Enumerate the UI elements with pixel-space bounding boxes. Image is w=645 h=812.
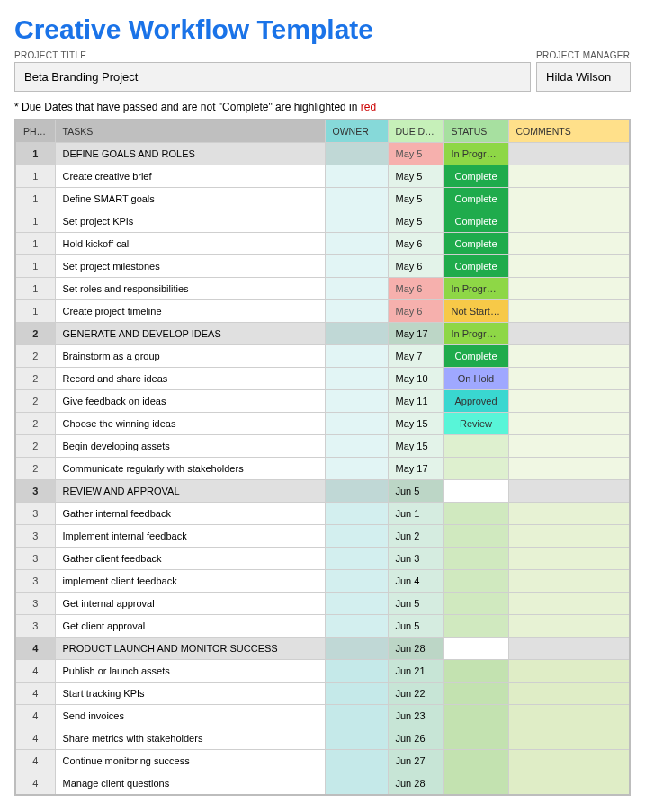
owner-cell[interactable]: [325, 143, 388, 165]
due-cell[interactable]: May 15: [388, 435, 443, 458]
owner-cell[interactable]: [325, 727, 388, 750]
owner-cell[interactable]: [325, 548, 388, 570]
comments-cell[interactable]: [508, 323, 630, 345]
owner-cell[interactable]: [325, 638, 388, 660]
task-cell[interactable]: Record and share ideas: [55, 368, 325, 390]
comments-cell[interactable]: [508, 638, 630, 660]
comments-cell[interactable]: [508, 705, 630, 727]
owner-cell[interactable]: [325, 233, 388, 255]
status-cell[interactable]: Complete: [443, 210, 508, 233]
comments-cell[interactable]: [508, 772, 630, 796]
owner-cell[interactable]: [325, 570, 388, 593]
comments-cell[interactable]: [508, 143, 630, 165]
task-cell[interactable]: Communicate regularly with stakeholders: [55, 458, 325, 480]
project-manager-field[interactable]: Hilda Wilson: [536, 62, 631, 92]
due-cell[interactable]: May 17: [388, 323, 443, 345]
comments-cell[interactable]: [508, 750, 630, 772]
owner-cell[interactable]: [325, 278, 388, 300]
due-cell[interactable]: May 5: [388, 165, 443, 188]
due-cell[interactable]: May 15: [388, 413, 443, 435]
task-cell[interactable]: GENERATE AND DEVELOP IDEAS: [55, 323, 325, 345]
comments-cell[interactable]: [508, 413, 630, 435]
status-cell[interactable]: [443, 683, 508, 705]
due-cell[interactable]: May 6: [388, 233, 443, 255]
task-cell[interactable]: Send invoices: [55, 705, 325, 727]
comments-cell[interactable]: [508, 458, 630, 480]
due-cell[interactable]: Jun 23: [388, 705, 443, 727]
owner-cell[interactable]: [325, 458, 388, 480]
comments-cell[interactable]: [508, 233, 630, 255]
due-cell[interactable]: Jun 5: [388, 615, 443, 638]
due-cell[interactable]: Jun 1: [388, 503, 443, 525]
owner-cell[interactable]: [325, 705, 388, 727]
task-cell[interactable]: Hold kickoff call: [55, 233, 325, 255]
status-cell[interactable]: Review: [443, 413, 508, 435]
task-cell[interactable]: Continue monitoring success: [55, 750, 325, 772]
owner-cell[interactable]: [325, 210, 388, 233]
due-cell[interactable]: Jun 5: [388, 480, 443, 503]
owner-cell[interactable]: [325, 435, 388, 458]
status-cell[interactable]: [443, 638, 508, 660]
task-cell[interactable]: Gather client feedback: [55, 548, 325, 570]
due-cell[interactable]: May 10: [388, 368, 443, 390]
status-cell[interactable]: [443, 458, 508, 480]
due-cell[interactable]: Jun 3: [388, 548, 443, 570]
task-cell[interactable]: PRODUCT LAUNCH AND MONITOR SUCCESS: [55, 638, 325, 660]
status-cell[interactable]: [443, 525, 508, 548]
status-cell[interactable]: [443, 750, 508, 772]
status-cell[interactable]: [443, 772, 508, 796]
owner-cell[interactable]: [325, 368, 388, 390]
status-cell[interactable]: [443, 705, 508, 727]
status-cell[interactable]: Complete: [443, 165, 508, 188]
due-cell[interactable]: Jun 5: [388, 593, 443, 615]
owner-cell[interactable]: [325, 772, 388, 796]
owner-cell[interactable]: [325, 345, 388, 368]
comments-cell[interactable]: [508, 435, 630, 458]
owner-cell[interactable]: [325, 480, 388, 503]
status-cell[interactable]: [443, 615, 508, 638]
owner-cell[interactable]: [325, 300, 388, 323]
status-cell[interactable]: In Progress: [443, 323, 508, 345]
due-cell[interactable]: May 7: [388, 345, 443, 368]
due-cell[interactable]: May 11: [388, 390, 443, 413]
task-cell[interactable]: Start tracking KPIs: [55, 683, 325, 705]
task-cell[interactable]: Get client approval: [55, 615, 325, 638]
owner-cell[interactable]: [325, 615, 388, 638]
task-cell[interactable]: Publish or launch assets: [55, 660, 325, 683]
status-cell[interactable]: On Hold: [443, 368, 508, 390]
due-cell[interactable]: Jun 27: [388, 750, 443, 772]
due-cell[interactable]: May 6: [388, 278, 443, 300]
status-cell[interactable]: In Progress: [443, 278, 508, 300]
owner-cell[interactable]: [325, 660, 388, 683]
comments-cell[interactable]: [508, 255, 630, 278]
owner-cell[interactable]: [325, 323, 388, 345]
status-cell[interactable]: Complete: [443, 255, 508, 278]
comments-cell[interactable]: [508, 548, 630, 570]
due-cell[interactable]: Jun 22: [388, 683, 443, 705]
status-cell[interactable]: [443, 593, 508, 615]
status-cell[interactable]: [443, 660, 508, 683]
task-cell[interactable]: Gather internal feedback: [55, 503, 325, 525]
comments-cell[interactable]: [508, 570, 630, 593]
comments-cell[interactable]: [508, 210, 630, 233]
comments-cell[interactable]: [508, 368, 630, 390]
comments-cell[interactable]: [508, 300, 630, 323]
task-cell[interactable]: Get internal approval: [55, 593, 325, 615]
status-cell[interactable]: [443, 727, 508, 750]
due-cell[interactable]: Jun 4: [388, 570, 443, 593]
due-cell[interactable]: May 17: [388, 458, 443, 480]
due-cell[interactable]: Jun 28: [388, 772, 443, 796]
owner-cell[interactable]: [325, 413, 388, 435]
owner-cell[interactable]: [325, 750, 388, 772]
due-cell[interactable]: May 5: [388, 210, 443, 233]
owner-cell[interactable]: [325, 683, 388, 705]
owner-cell[interactable]: [325, 390, 388, 413]
task-cell[interactable]: Implement internal feedback: [55, 525, 325, 548]
due-cell[interactable]: Jun 2: [388, 525, 443, 548]
task-cell[interactable]: Share metrics with stakeholders: [55, 727, 325, 750]
comments-cell[interactable]: [508, 188, 630, 210]
task-cell[interactable]: Begin developing assets: [55, 435, 325, 458]
comments-cell[interactable]: [508, 593, 630, 615]
comments-cell[interactable]: [508, 615, 630, 638]
task-cell[interactable]: Set roles and responsibilities: [55, 278, 325, 300]
